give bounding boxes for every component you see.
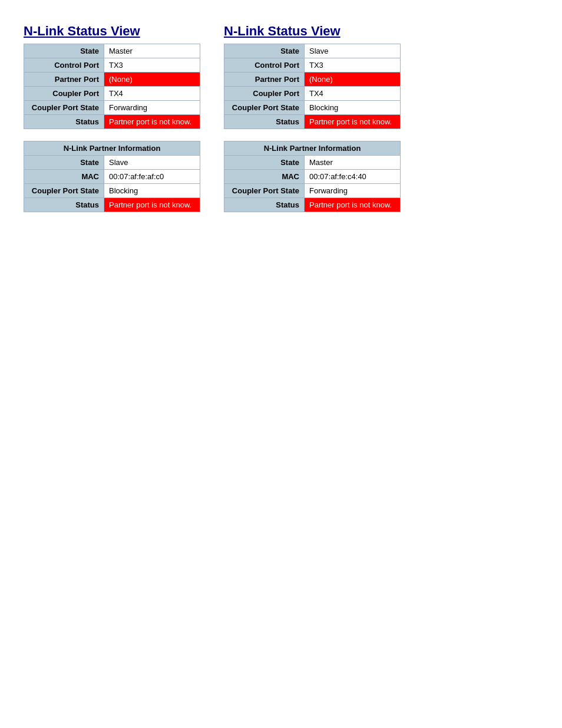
row-value: Slave	[304, 44, 400, 58]
left-partner-table: N-Link Partner Information StateSlaveMAC…	[24, 141, 200, 212]
table-row: Coupler Port StateForwarding	[24, 101, 200, 115]
row-label: State	[24, 44, 104, 58]
row-label: State	[24, 156, 104, 170]
row-label: Control Port	[24, 58, 104, 73]
table-row: Partner Port(None)	[224, 73, 401, 87]
row-value: Master	[304, 156, 400, 170]
row-value: (None)	[104, 73, 200, 87]
right-status-table: StateSlaveControl PortTX3Partner Port(No…	[224, 44, 401, 129]
row-label: Coupler Port State	[24, 101, 104, 115]
row-value: TX3	[104, 58, 200, 73]
row-value: Master	[104, 44, 200, 58]
page-layout: N-Link Status View StateMasterControl Po…	[24, 24, 538, 212]
row-value: Partner port is not know.	[104, 198, 200, 212]
row-label: Status	[24, 115, 104, 129]
table-row: Coupler Port StateBlocking	[224, 101, 401, 115]
row-value: Forwarding	[104, 101, 200, 115]
table-row: Control PortTX3	[224, 58, 401, 73]
row-value: TX4	[104, 87, 200, 101]
row-value: Partner port is not know.	[304, 115, 400, 129]
row-value: TX3	[304, 58, 400, 73]
table-row: Coupler PortTX4	[224, 87, 401, 101]
row-label: Partner Port	[24, 73, 104, 87]
row-label: State	[224, 44, 305, 58]
row-label: Status	[224, 198, 305, 212]
row-value: Partner port is not know.	[104, 115, 200, 129]
right-column: N-Link Status View StateSlaveControl Por…	[224, 24, 401, 212]
left-title: N-Link Status View	[24, 24, 200, 39]
table-row: Coupler PortTX4	[24, 87, 200, 101]
table-row: Control PortTX3	[24, 58, 200, 73]
row-value: TX4	[304, 87, 400, 101]
row-label: Coupler Port	[224, 87, 305, 101]
left-status-table: StateMasterControl PortTX3Partner Port(N…	[24, 44, 200, 129]
row-label: Partner Port	[224, 73, 305, 87]
row-label: Status	[24, 198, 104, 212]
table-row: StateSlave	[24, 156, 200, 170]
table-row: StatusPartner port is not know.	[224, 115, 401, 129]
row-label: MAC	[224, 170, 305, 184]
row-label: Coupler Port State	[24, 184, 104, 198]
row-value: Blocking	[304, 101, 400, 115]
table-row: StateMaster	[224, 156, 401, 170]
table-row: MAC00:07:af:fe:af:c0	[24, 170, 200, 184]
table-row: Partner Port(None)	[24, 73, 200, 87]
right-title: N-Link Status View	[224, 24, 401, 39]
row-value: Slave	[104, 156, 200, 170]
table-row: StatusPartner port is not know.	[24, 115, 200, 129]
row-label: State	[224, 156, 305, 170]
table-row: StateMaster	[24, 44, 200, 58]
table-row: StatusPartner port is not know.	[24, 198, 200, 212]
row-value: 00:07:af:fe:af:c0	[104, 170, 200, 184]
table-row: Coupler Port StateBlocking	[24, 184, 200, 198]
left-partner-header: N-Link Partner Information	[24, 141, 200, 156]
table-row: StatusPartner port is not know.	[224, 198, 401, 212]
row-label: Coupler Port	[24, 87, 104, 101]
row-label: Coupler Port State	[224, 101, 305, 115]
row-value: Forwarding	[304, 184, 400, 198]
left-column: N-Link Status View StateMasterControl Po…	[24, 24, 200, 212]
row-label: Status	[224, 115, 305, 129]
table-row: MAC00:07:af:fe:c4:40	[224, 170, 401, 184]
row-value: Partner port is not know.	[304, 198, 400, 212]
row-value: 00:07:af:fe:c4:40	[304, 170, 400, 184]
right-partner-table: N-Link Partner Information StateMasterMA…	[224, 141, 401, 212]
row-label: Control Port	[224, 58, 305, 73]
right-partner-header: N-Link Partner Information	[224, 141, 401, 156]
table-row: Coupler Port StateForwarding	[224, 184, 401, 198]
row-label: Coupler Port State	[224, 184, 305, 198]
row-value: (None)	[304, 73, 400, 87]
row-value: Blocking	[104, 184, 200, 198]
table-row: StateSlave	[224, 44, 401, 58]
row-label: MAC	[24, 170, 104, 184]
